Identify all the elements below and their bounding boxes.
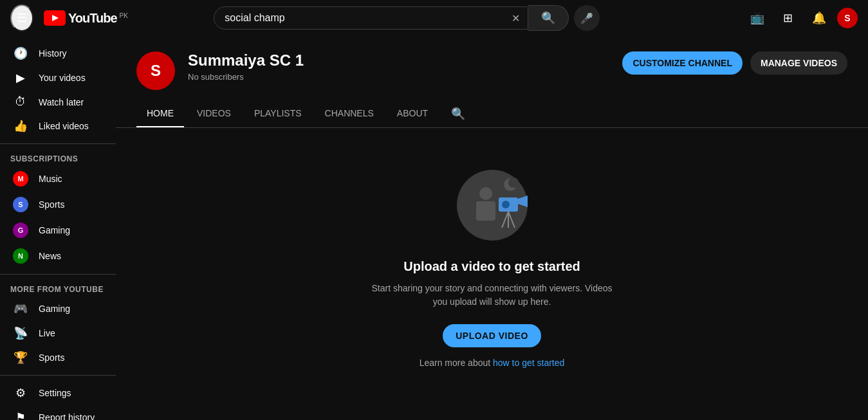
channel-info: Summaiya SC 1 No subscribers (188, 51, 609, 82)
gaming-more-icon: 🎮 (13, 302, 28, 316)
search-clear-button[interactable]: ✕ (504, 7, 528, 29)
nav-left: ☰ YouTube PK (10, 5, 139, 32)
learn-more-link[interactable]: how to get started (493, 358, 564, 368)
channel-header: S Summaiya SC 1 No subscribers CUSTOMIZE… (116, 36, 868, 90)
live-icon: 📡 (13, 326, 28, 340)
search-icon: 🔍 (541, 12, 555, 24)
your-videos-icon: ▶ (13, 71, 28, 85)
sidebar-item-sports-more[interactable]: 🏆 Sports (3, 345, 113, 370)
tab-search-icon[interactable]: 🔍 (446, 102, 470, 126)
search-bar: ✕ 🔍 🎤 (214, 5, 600, 31)
cast-icon: 📺 (750, 11, 764, 25)
tab-playlists[interactable]: PLAYLISTS (244, 100, 312, 127)
sidebar-item-gaming[interactable]: G Gaming (3, 217, 113, 243)
news-avatar: N (13, 248, 28, 264)
youtube-logo-text: YouTube (68, 11, 117, 26)
sidebar-label-news: News (39, 251, 61, 261)
empty-state: Upload a video to get started Start shar… (116, 128, 868, 406)
channel-actions: CUSTOMIZE CHANNEL MANAGE VIDEOS (622, 51, 847, 75)
bell-icon: 🔔 (812, 11, 826, 25)
search-submit-button[interactable]: 🔍 (528, 5, 569, 31)
youtube-logo-icon (44, 10, 66, 26)
watch-later-icon: ⏱ (13, 95, 28, 109)
gaming-avatar: G (13, 223, 28, 238)
sidebar-label-music: Music (39, 174, 62, 184)
notifications-button[interactable]: 🔔 (806, 5, 832, 31)
sports-more-icon: 🏆 (13, 351, 28, 365)
tab-home[interactable]: HOME (136, 100, 184, 127)
apps-icon: ⊞ (783, 11, 793, 25)
sidebar: 🕐 History ▶ Your videos ⏱ Watch later 👍 … (0, 36, 116, 420)
more-from-youtube-heading: MORE FROM YOUTUBE (0, 280, 116, 297)
svg-point-12 (508, 178, 519, 188)
sidebar-item-your-videos[interactable]: ▶ Your videos (3, 66, 113, 90)
svg-rect-4 (476, 201, 495, 221)
learn-more-text: Learn more about how to get started (420, 358, 565, 368)
hamburger-button[interactable]: ☰ (10, 5, 33, 32)
sidebar-label-history: History (39, 48, 67, 59)
sidebar-label-sports: Sports (39, 199, 64, 210)
sidebar-label-sports-more: Sports (39, 352, 64, 363)
report-history-icon: ⚑ (13, 410, 28, 420)
channel-avatar: S (136, 51, 175, 90)
avatar[interactable]: S (837, 8, 858, 28)
empty-illustration (454, 167, 531, 244)
sidebar-label-your-videos: Your videos (39, 73, 86, 83)
content-area: S Summaiya SC 1 No subscribers CUSTOMIZE… (116, 36, 868, 420)
sidebar-label-report-history: Report history (39, 412, 95, 420)
main-layout: 🕐 History ▶ Your videos ⏱ Watch later 👍 … (0, 36, 868, 420)
empty-state-description: Start sharing your story and connecting … (364, 282, 621, 309)
sidebar-item-live[interactable]: 📡 Live (3, 321, 113, 345)
empty-state-title: Upload a video to get started (403, 259, 580, 274)
sidebar-item-liked-videos[interactable]: 👍 Liked videos (3, 114, 113, 138)
upload-video-button[interactable]: UPLOAD VIDEO (443, 324, 541, 347)
sidebar-divider-3 (0, 375, 116, 376)
sidebar-item-history[interactable]: 🕐 History (3, 41, 113, 66)
sidebar-label-watch-later: Watch later (39, 97, 84, 107)
svg-point-3 (479, 187, 492, 200)
channel-name: Summaiya SC 1 (188, 51, 609, 69)
manage-videos-button[interactable]: MANAGE VIDEOS (750, 51, 847, 75)
subscriptions-heading: SUBSCRIPTIONS (0, 149, 116, 166)
mic-icon: 🎤 (580, 12, 593, 24)
tab-channels[interactable]: CHANNELS (315, 100, 384, 127)
sidebar-item-sports[interactable]: S Sports (3, 192, 113, 217)
top-nav: ☰ YouTube PK ✕ 🔍 🎤 📺 ⊞ 🔔 (0, 0, 868, 36)
sidebar-label-live: Live (39, 328, 55, 338)
tab-videos[interactable]: VIDEOS (187, 100, 241, 127)
youtube-logo[interactable]: YouTube PK (44, 10, 128, 26)
sidebar-item-watch-later[interactable]: ⏱ Watch later (3, 90, 113, 114)
apps-button[interactable]: ⊞ (775, 5, 801, 31)
settings-icon: ⚙ (13, 386, 28, 400)
sidebar-label-settings: Settings (39, 388, 71, 398)
cast-button[interactable]: 📺 (744, 5, 770, 31)
youtube-country-code: PK (120, 12, 128, 19)
sidebar-item-report-history[interactable]: ⚑ Report history (3, 405, 113, 420)
sidebar-label-gaming-more: Gaming (39, 304, 70, 314)
sidebar-item-gaming-more[interactable]: 🎮 Gaming (3, 297, 113, 321)
search-input[interactable] (214, 7, 504, 29)
sidebar-divider-2 (0, 274, 116, 275)
sidebar-item-news[interactable]: N News (3, 243, 113, 269)
history-icon: 🕐 (13, 46, 28, 60)
channel-tabs: HOME VIDEOS PLAYLISTS CHANNELS ABOUT 🔍 (116, 100, 868, 128)
sports-avatar: S (13, 197, 28, 212)
customize-channel-button[interactable]: CUSTOMIZE CHANNEL (622, 51, 743, 75)
sidebar-label-gaming: Gaming (39, 225, 70, 235)
tab-about[interactable]: ABOUT (387, 100, 438, 127)
music-avatar: M (13, 171, 28, 187)
sidebar-item-settings[interactable]: ⚙ Settings (3, 381, 113, 405)
sidebar-divider-1 (0, 143, 116, 144)
nav-right: 📺 ⊞ 🔔 S (744, 5, 858, 31)
liked-videos-icon: 👍 (13, 119, 28, 133)
channel-subscribers: No subscribers (188, 72, 609, 82)
svg-point-7 (502, 201, 510, 208)
sidebar-label-liked-videos: Liked videos (39, 121, 89, 131)
sidebar-item-music[interactable]: M Music (3, 166, 113, 192)
search-input-wrap: ✕ (214, 6, 528, 30)
mic-button[interactable]: 🎤 (574, 5, 600, 31)
